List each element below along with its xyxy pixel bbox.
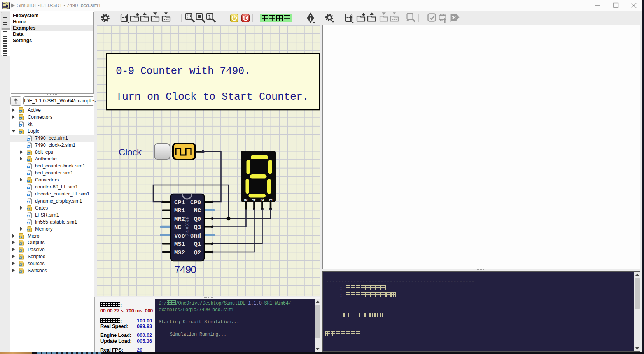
svg-text:Vcc: Vcc	[174, 232, 185, 240]
svg-text:2: 2	[260, 199, 264, 201]
svg-text:MR1: MR1	[174, 207, 185, 214]
svg-text:Clock: Clock	[119, 147, 142, 157]
svg-text:8: 8	[244, 199, 248, 201]
svg-text:Q1: Q1	[194, 241, 201, 248]
svg-text:CP0: CP0	[190, 199, 201, 206]
svg-text:MS2: MS2	[174, 249, 185, 256]
svg-text:NC: NC	[174, 224, 182, 231]
svg-text:74XX90: 74XX90	[185, 216, 191, 236]
svg-text:0-9 Counter with 7490.: 0-9 Counter with 7490.	[116, 65, 250, 77]
svg-text:7490: 7490	[175, 264, 196, 275]
svg-text:Q0: Q0	[194, 216, 201, 223]
svg-text:NC: NC	[194, 207, 201, 214]
svg-text:Turn on Clock to Start Counter: Turn on Clock to Start Counter.	[116, 91, 309, 103]
svg-text:4: 4	[252, 199, 256, 201]
svg-text:Q2: Q2	[194, 249, 201, 256]
svg-text:Q3: Q3	[194, 224, 201, 231]
svg-text:Gnd: Gnd	[190, 232, 201, 240]
svg-text:MS1: MS1	[174, 241, 185, 248]
svg-text:CP1: CP1	[174, 199, 185, 206]
svg-text:MR2: MR2	[174, 216, 185, 223]
svg-text:1: 1	[269, 199, 273, 201]
